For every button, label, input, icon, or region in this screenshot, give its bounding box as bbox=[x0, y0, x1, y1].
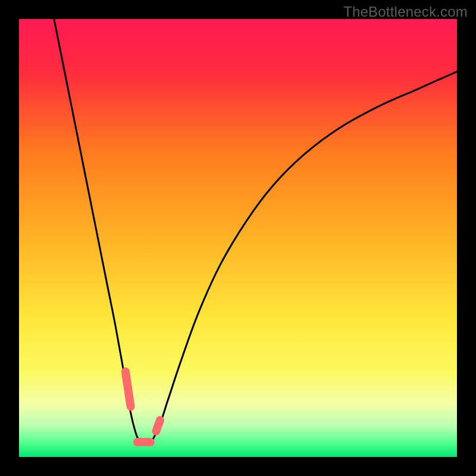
watermark-text: TheBottleneck.com bbox=[343, 4, 468, 20]
gradient-background bbox=[19, 19, 457, 457]
marker-segment-a bbox=[126, 371, 131, 406]
plot-area bbox=[19, 19, 457, 457]
chart-svg bbox=[19, 19, 457, 457]
chart-frame: TheBottleneck.com bbox=[0, 0, 476, 476]
marker-segment-c bbox=[156, 420, 160, 431]
